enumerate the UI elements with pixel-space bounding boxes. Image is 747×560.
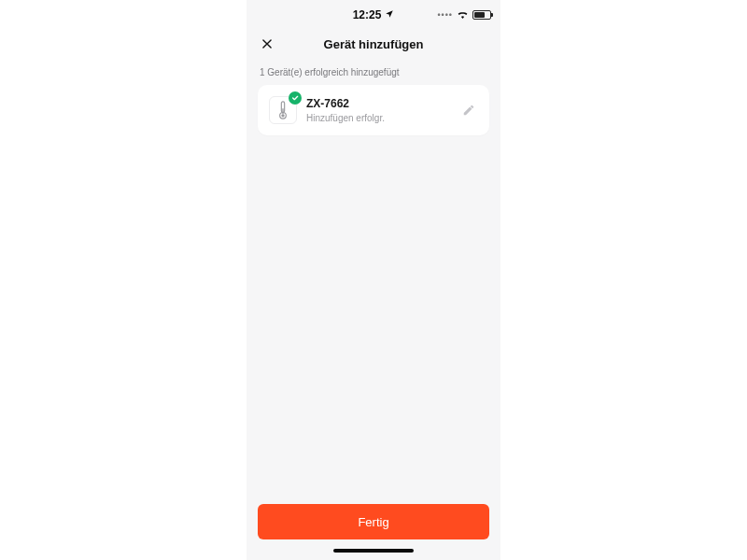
- battery-icon: [472, 10, 491, 20]
- edit-device-button[interactable]: [459, 104, 478, 117]
- page-title: Gerät hinzufügen: [324, 37, 424, 51]
- device-status: Hinzufügen erfolgr.: [306, 113, 450, 123]
- nav-bar: Gerät hinzufügen: [247, 30, 500, 58]
- home-indicator: [247, 547, 500, 560]
- location-icon: [385, 8, 394, 21]
- status-bar: 12:25 ••••: [247, 0, 500, 30]
- svg-point-2: [281, 114, 284, 117]
- done-button[interactable]: Fertig: [258, 504, 489, 539]
- close-icon: [261, 37, 274, 50]
- thermometer-icon: [276, 101, 289, 119]
- stage: 12:25 •••• Gerät hinzufügen: [0, 0, 747, 560]
- pencil-icon: [462, 104, 475, 117]
- device-name: ZX-7662: [306, 97, 450, 110]
- device-texts: ZX-7662 Hinzufügen erfolgr.: [306, 97, 450, 122]
- device-icon-wrap: [269, 96, 297, 124]
- close-button[interactable]: [256, 30, 278, 58]
- wifi-icon: [457, 8, 469, 21]
- check-icon: [291, 94, 299, 102]
- success-badge: [289, 91, 302, 105]
- phone-screen: 12:25 •••• Gerät hinzufügen: [247, 0, 500, 560]
- home-indicator-bar: [333, 549, 414, 553]
- content-area: 1 Gerät(e) erfolgreich hinzugefügt: [247, 58, 500, 495]
- status-time: 12:25: [353, 8, 382, 21]
- device-card: ZX-7662 Hinzufügen erfolgr.: [258, 85, 489, 135]
- summary-text: 1 Gerät(e) erfolgreich hinzugefügt: [260, 67, 487, 77]
- bottom-bar: Fertig: [247, 495, 500, 547]
- status-time-group: 12:25: [353, 8, 395, 21]
- cellular-dots-icon: ••••: [437, 10, 453, 20]
- status-right: ••••: [437, 0, 491, 30]
